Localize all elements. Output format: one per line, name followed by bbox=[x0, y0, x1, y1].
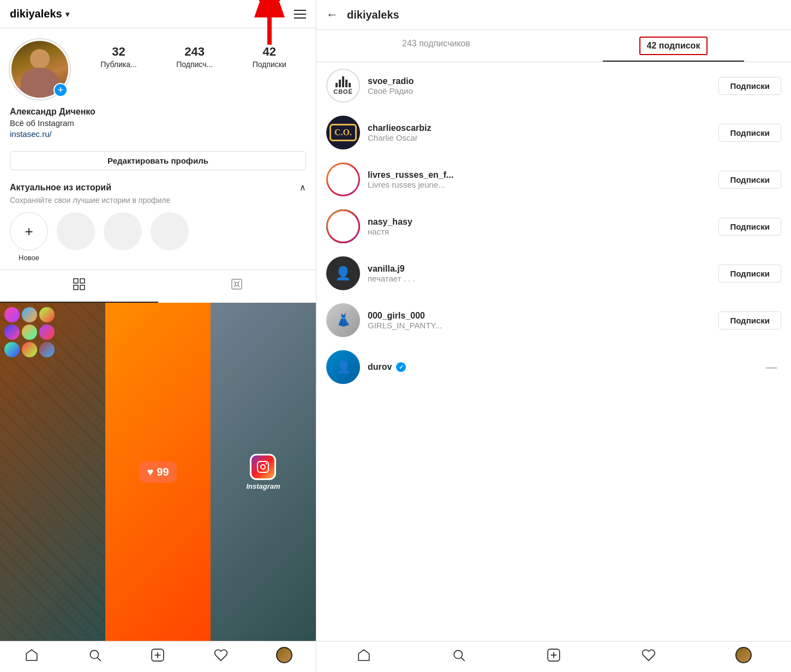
follow-button-nasy[interactable]: Подписки bbox=[718, 218, 781, 236]
follower-avatar-durov[interactable]: 👤 bbox=[326, 350, 360, 384]
vanilla-emoji: 👤 bbox=[335, 266, 351, 281]
nav-home-left[interactable] bbox=[0, 647, 63, 663]
verified-badge: ✓ bbox=[396, 362, 406, 372]
follower-username-charlie[interactable]: charlieoscarbiz bbox=[368, 123, 711, 133]
menu-button[interactable] bbox=[294, 10, 306, 19]
svg-point-16 bbox=[90, 650, 98, 658]
durov-dash: — bbox=[766, 361, 781, 374]
left-bottom-nav bbox=[0, 641, 316, 672]
edit-profile-button[interactable]: Редактировать профиль bbox=[10, 151, 306, 170]
follower-item-girls: 👗 000_girls_000 GIRLS_IN_PANTY... Подпис… bbox=[316, 297, 791, 344]
tab-followers[interactable]: 243 подписчиков bbox=[316, 30, 556, 62]
avatar-wrapper: + bbox=[10, 39, 70, 99]
follow-button-girls[interactable]: Подписки bbox=[718, 311, 781, 329]
tab-followers-label: 243 подписчиков bbox=[402, 39, 470, 48]
highlight-new-circle[interactable]: + bbox=[10, 212, 48, 250]
post-thumb-2[interactable]: ♥ 99 bbox=[105, 303, 211, 641]
profile-bio: Всё об Instagram bbox=[10, 118, 306, 128]
follower-avatar-girls[interactable]: 👗 bbox=[326, 303, 360, 337]
followers-list: СВОЁ svoe_radio Своё Радио Подписки C.O.… bbox=[316, 62, 791, 641]
follow-button-livres[interactable]: Подписки bbox=[718, 171, 781, 189]
bar3 bbox=[342, 76, 344, 87]
post-thumb-1[interactable] bbox=[0, 303, 105, 641]
highlights-section: Актуальное из историй ∧ Сохраняйте свои … bbox=[0, 175, 316, 269]
left-panel: dikiyaleks ▾ + 32 Публика... 243 Подписч… bbox=[0, 0, 316, 672]
nav-add-left[interactable] bbox=[127, 647, 190, 663]
follower-avatar-vanilla[interactable]: 👤 bbox=[326, 256, 360, 290]
follower-username-durov[interactable]: durov ✓ bbox=[368, 362, 758, 372]
svoe-text: СВОЁ bbox=[333, 88, 353, 95]
highlight-placeholder-2 bbox=[104, 212, 142, 250]
follower-username-livres[interactable]: livres_russes_en_f... bbox=[368, 170, 711, 180]
svoe-logo: СВОЁ bbox=[333, 76, 353, 95]
highlight-2[interactable] bbox=[57, 212, 95, 250]
follower-name-girls: GIRLS_IN_PANTY... bbox=[368, 321, 711, 330]
right-panel: ← dikiyaleks 243 подписчиков 42 подписок bbox=[316, 0, 791, 672]
instagram-label: Instagram bbox=[246, 482, 280, 490]
profile-info: Александр Диченко Всё об Instagram insta… bbox=[0, 107, 316, 147]
heart-badge: ♥ 99 bbox=[139, 461, 176, 483]
svg-rect-7 bbox=[232, 279, 242, 289]
svg-line-12 bbox=[234, 286, 235, 287]
right-username: dikiyaleks bbox=[347, 9, 399, 21]
nav-search-left[interactable] bbox=[63, 647, 127, 663]
posts-grid-preview: ♥ 99 Instagram bbox=[0, 303, 316, 641]
grid-icon bbox=[73, 278, 86, 294]
nasy-emoji: 🎀 bbox=[335, 219, 351, 234]
tab-grid[interactable] bbox=[0, 270, 158, 303]
highlight-new[interactable]: + Новое bbox=[10, 212, 48, 262]
follower-item-livres: 📚 livres_russes_en_f... Livres russes je… bbox=[316, 156, 791, 203]
highlights-toggle-icon[interactable]: ∧ bbox=[299, 182, 306, 193]
follow-button-vanilla[interactable]: Подписки bbox=[718, 265, 781, 283]
tag-icon bbox=[230, 278, 243, 294]
followers-stat[interactable]: 243 Подписч... bbox=[176, 45, 213, 69]
follower-username-nasy[interactable]: nasy_hasy bbox=[368, 217, 711, 227]
back-button[interactable]: ← bbox=[326, 8, 338, 22]
nav-profile-left[interactable] bbox=[253, 647, 316, 663]
add-story-button[interactable]: + bbox=[53, 83, 68, 97]
follower-username-svoe-radio[interactable]: svoe_radio bbox=[368, 76, 711, 86]
following-label: Подписки bbox=[253, 60, 286, 69]
follow-button-svoe-radio[interactable]: Подписки bbox=[718, 77, 781, 95]
follower-info-vanilla: vanilla.j9 печатает . . . bbox=[368, 264, 711, 283]
follow-button-charlie[interactable]: Подписки bbox=[718, 124, 781, 142]
tab-tagged[interactable] bbox=[158, 270, 316, 303]
svg-rect-4 bbox=[80, 279, 85, 283]
svg-line-17 bbox=[97, 657, 101, 661]
nav-search-right[interactable] bbox=[411, 647, 506, 663]
follower-username-vanilla[interactable]: vanilla.j9 bbox=[368, 264, 711, 274]
follower-avatar-livres[interactable]: 📚 bbox=[326, 163, 360, 196]
highlight-4[interactable] bbox=[151, 212, 189, 250]
username-dropdown[interactable]: dikiyaleks ▾ bbox=[10, 8, 69, 20]
profile-link[interactable]: instasec.ru/ bbox=[10, 129, 52, 139]
highlight-3[interactable] bbox=[104, 212, 142, 250]
follower-avatar-charlie[interactable]: C.O. bbox=[326, 116, 360, 149]
nav-avatar-right bbox=[735, 647, 752, 663]
thumb-overlay-3: Instagram bbox=[211, 303, 316, 641]
profile-section: + 32 Публика... 243 Подписч... 42 Подпис… bbox=[0, 28, 316, 107]
posts-stat[interactable]: 32 Публика... bbox=[100, 45, 137, 69]
svoe-bars bbox=[335, 76, 351, 87]
tab-following[interactable]: 42 подписок bbox=[556, 30, 791, 62]
chevron-down-icon: ▾ bbox=[65, 10, 69, 19]
nav-heart-right[interactable] bbox=[601, 647, 696, 663]
follower-username-girls[interactable]: 000_girls_000 bbox=[368, 311, 711, 321]
nav-home-right[interactable] bbox=[316, 647, 411, 663]
tab-following-label: 42 подписок bbox=[639, 37, 708, 55]
instagram-logo: Instagram bbox=[246, 454, 280, 490]
follower-name-nasy: настя bbox=[368, 227, 711, 236]
nav-heart-left[interactable] bbox=[189, 647, 253, 663]
following-stat[interactable]: 42 Подписки bbox=[253, 45, 286, 69]
post-thumb-3[interactable]: Instagram bbox=[211, 303, 316, 641]
hamburger-line-1 bbox=[294, 10, 306, 11]
follow-tabs: 243 подписчиков 42 подписок bbox=[316, 30, 791, 62]
follower-avatar-nasy[interactable]: 🎀 bbox=[326, 209, 360, 243]
durov-name-text: durov bbox=[368, 362, 392, 372]
nav-add-right[interactable] bbox=[506, 647, 601, 663]
follower-avatar-svoe-radio[interactable]: СВОЁ bbox=[326, 69, 360, 103]
charlie-logo: C.O. bbox=[326, 116, 360, 149]
nav-profile-right[interactable] bbox=[696, 647, 791, 663]
posts-count: 32 bbox=[112, 45, 125, 59]
follower-info-svoe-radio: svoe_radio Своё Радио bbox=[368, 76, 711, 95]
follower-item-nasy: 🎀 nasy_hasy настя Подписки bbox=[316, 203, 791, 250]
